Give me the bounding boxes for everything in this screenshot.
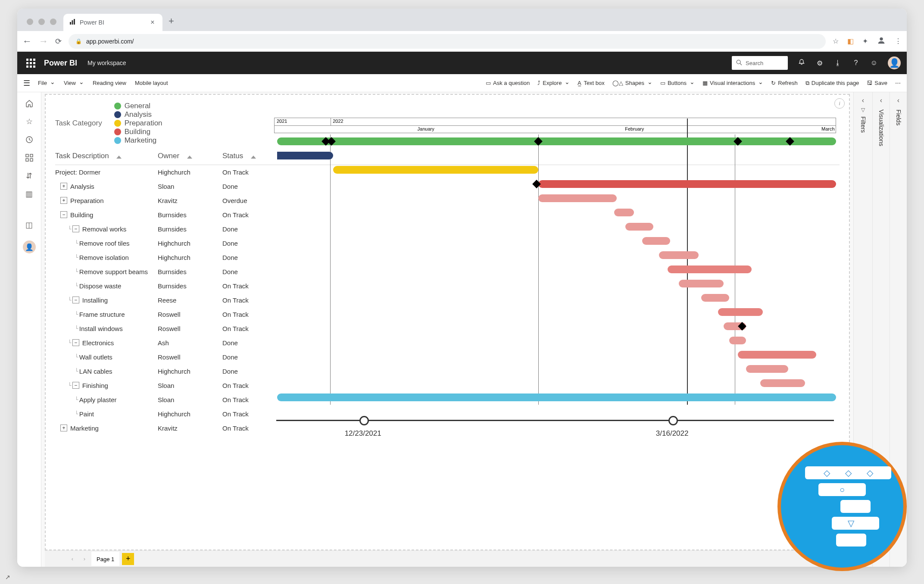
text-box-button[interactable]: A̲Text box xyxy=(578,80,604,86)
gantt-bar[interactable] xyxy=(625,223,653,231)
chevron-left-icon[interactable]: ‹ xyxy=(862,97,864,104)
visual-interactions-menu[interactable]: ▦Visual interactions xyxy=(702,80,763,87)
more-options-icon[interactable]: ⋯ xyxy=(895,80,901,86)
gantt-bar[interactable] xyxy=(538,194,617,202)
gantt-bar[interactable] xyxy=(277,393,836,401)
grid-line xyxy=(538,134,539,405)
expand-collapse-icon[interactable]: − xyxy=(72,339,79,346)
profile-icon[interactable] xyxy=(877,36,886,47)
close-tab-icon[interactable]: × xyxy=(149,19,156,26)
buttons-menu[interactable]: ▭Buttons xyxy=(660,80,695,87)
browser-reload-button[interactable]: ⟳ xyxy=(55,37,62,46)
settings-gear-icon[interactable]: ⚙ xyxy=(815,59,824,67)
task-owner: Kravitz xyxy=(158,197,222,204)
buttons-icon: ▭ xyxy=(660,80,665,86)
refresh-button[interactable]: ↻Refresh xyxy=(771,80,798,86)
info-icon[interactable]: i xyxy=(834,98,845,109)
favorites-icon[interactable]: ☆ xyxy=(23,116,35,127)
global-search-input[interactable]: Search xyxy=(732,56,788,70)
gantt-bar[interactable] xyxy=(679,280,724,287)
user-avatar[interactable]: 👤 xyxy=(888,56,901,69)
next-page-button[interactable]: › xyxy=(79,556,90,562)
legend-item[interactable]: Building xyxy=(114,128,162,136)
expand-collapse-icon[interactable]: + xyxy=(60,197,67,204)
gantt-bar[interactable] xyxy=(668,265,752,273)
browser-forward-button[interactable]: → xyxy=(39,36,48,47)
gantt-bar[interactable] xyxy=(277,137,836,145)
apps-icon[interactable] xyxy=(23,153,35,163)
task-desc: Dispose waste xyxy=(79,282,122,290)
task-owner: Sloan xyxy=(158,183,222,190)
legend-item[interactable]: Analysis xyxy=(114,110,162,119)
app-launcher-icon[interactable] xyxy=(23,56,38,70)
header-task-description[interactable]: Task Description xyxy=(55,152,158,160)
extensions-tag-icon[interactable]: ◧ xyxy=(847,37,854,45)
notifications-icon[interactable] xyxy=(797,59,806,67)
feedback-smile-icon[interactable]: ☺ xyxy=(870,59,878,67)
search-placeholder: Search xyxy=(746,60,763,66)
home-icon[interactable] xyxy=(23,98,35,109)
gantt-bar[interactable] xyxy=(659,251,698,259)
gantt-bar[interactable] xyxy=(729,337,746,344)
expand-collapse-icon[interactable]: − xyxy=(72,297,79,303)
duplicate-page-button[interactable]: ⧉Duplicate this page xyxy=(805,80,859,87)
recent-icon[interactable] xyxy=(23,134,35,145)
view-menu[interactable]: View xyxy=(64,80,84,87)
gantt-bar[interactable] xyxy=(746,365,788,373)
duplicate-icon: ⧉ xyxy=(805,80,809,87)
gantt-bar[interactable] xyxy=(614,209,634,216)
gantt-bar[interactable] xyxy=(760,379,805,387)
workspace-name[interactable]: My workspace xyxy=(87,59,126,66)
task-owner: Highchurch xyxy=(158,240,222,247)
help-icon[interactable]: ? xyxy=(852,59,860,67)
my-workspace-avatar[interactable]: 👤 xyxy=(23,240,36,253)
shapes-menu[interactable]: ◯△Shapes xyxy=(612,80,652,87)
report-canvas[interactable]: i Task Category GeneralAnalysisPreparati… xyxy=(45,94,850,550)
header-owner[interactable]: Owner xyxy=(158,152,222,160)
browser-back-button[interactable]: ← xyxy=(22,36,32,47)
slider-start-handle[interactable] xyxy=(359,416,369,425)
header-status[interactable]: Status xyxy=(222,152,272,160)
slider-end-handle[interactable] xyxy=(668,416,678,425)
expand-collapse-icon[interactable]: − xyxy=(60,211,67,218)
add-page-button[interactable]: + xyxy=(122,553,134,565)
mobile-layout-button[interactable]: Mobile layout xyxy=(135,80,168,86)
workspace-icon[interactable]: ◫ xyxy=(23,220,35,230)
nav-hamburger-icon[interactable]: ☰ xyxy=(23,78,30,88)
page-tab-1[interactable]: Page 1 xyxy=(91,552,119,566)
legend-item[interactable]: Marketing xyxy=(114,136,162,145)
timeline-header: 20212022 JanuaryFebruaryMarch xyxy=(274,118,836,133)
browser-tab-active[interactable]: Power BI × xyxy=(63,14,162,31)
gantt-bar[interactable] xyxy=(718,308,763,316)
expand-collapse-icon[interactable]: + xyxy=(60,183,67,190)
star-icon[interactable]: ☆ xyxy=(833,37,839,45)
learn-icon[interactable]: ▥ xyxy=(23,189,35,199)
chevron-left-icon[interactable]: ‹ xyxy=(897,97,899,104)
expand-collapse-icon[interactable]: − xyxy=(72,382,79,389)
ask-question-button[interactable]: ▭Ask a question xyxy=(486,80,530,86)
gantt-bar[interactable] xyxy=(642,237,670,245)
date-range-slider[interactable]: 12/23/2021 3/16/2022 xyxy=(274,415,836,454)
reading-view-button[interactable]: Reading view xyxy=(93,80,126,86)
expand-collapse-icon[interactable]: + xyxy=(60,425,67,431)
gantt-bar[interactable] xyxy=(538,180,836,188)
explore-menu[interactable]: ⤴Explore xyxy=(537,80,570,87)
gantt-bar[interactable] xyxy=(333,166,538,174)
legend-item[interactable]: Preparation xyxy=(114,119,162,128)
browser-menu-icon[interactable]: ⋮ xyxy=(895,37,902,45)
gantt-bar[interactable] xyxy=(277,152,333,159)
save-button[interactable]: 🖫Save xyxy=(867,80,887,86)
legend-item[interactable]: General xyxy=(114,102,162,110)
gantt-bar[interactable] xyxy=(738,351,817,359)
extension-puzzle-icon[interactable]: ✦ xyxy=(862,37,868,45)
gantt-bar[interactable] xyxy=(701,294,729,302)
macos-window-controls[interactable] xyxy=(22,19,63,31)
new-tab-button[interactable]: + xyxy=(162,16,180,31)
browser-url-input[interactable]: 🔒 app.powerbi.com/ xyxy=(69,34,826,49)
prev-page-button[interactable]: ‹ xyxy=(67,556,78,562)
download-icon[interactable]: ⭳ xyxy=(833,59,842,67)
expand-collapse-icon[interactable]: − xyxy=(72,225,79,232)
shared-icon[interactable]: ⇵ xyxy=(23,171,35,181)
chevron-left-icon[interactable]: ‹ xyxy=(880,97,882,104)
file-menu[interactable]: File xyxy=(38,80,55,87)
